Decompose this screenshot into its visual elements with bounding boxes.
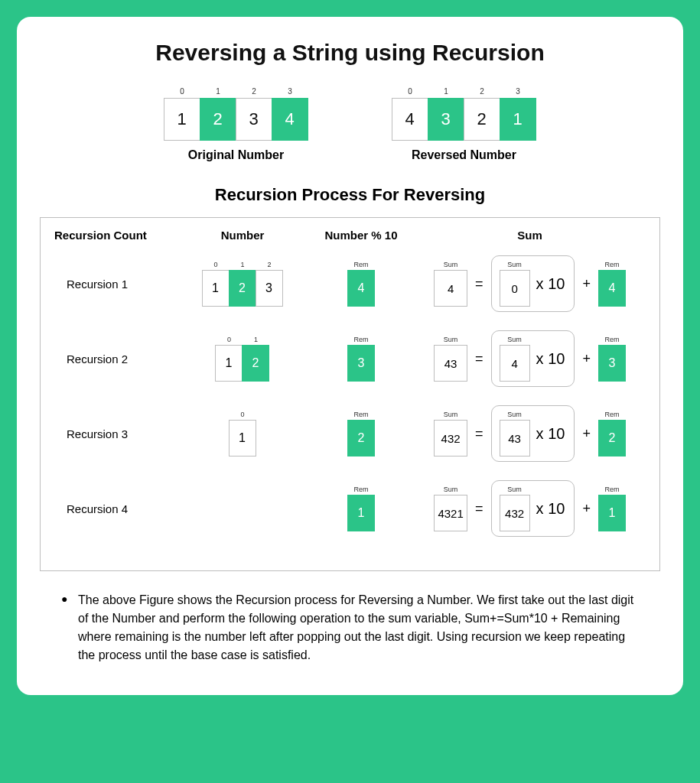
sum-label: Sum: [444, 411, 458, 419]
rem-value: 4: [347, 270, 375, 307]
table-headers: Recursion Count Number Number % 10 Sum: [51, 229, 649, 242]
rem2-value: 2: [598, 420, 626, 456]
rem-value: 2: [347, 420, 375, 456]
array-value: 2: [200, 98, 236, 141]
recursion-label: Recursion 1: [51, 278, 174, 291]
sum-prev-value: 0: [500, 270, 530, 307]
header-mod: Number % 10: [311, 229, 411, 242]
array-value: 2: [242, 345, 269, 382]
rem-label: Rem: [353, 261, 368, 269]
plus-sign: +: [582, 426, 591, 442]
array-value: 3: [256, 270, 283, 307]
sum-label: Sum: [444, 261, 458, 269]
equals-sign: =: [475, 501, 483, 517]
sum-out-value: 4321: [434, 495, 467, 531]
array-cell: 01: [203, 261, 230, 307]
array-index: 0: [240, 411, 244, 419]
rem-label: Rem: [353, 486, 368, 494]
array-index: 1: [240, 261, 244, 269]
header-sum: Sum: [411, 229, 649, 242]
table-row: Recursion 301Rem2Sum432=Sum43x 10+Rem2: [51, 405, 649, 462]
number-column: 01: [174, 411, 311, 456]
plus-sign: +: [582, 501, 591, 517]
remainder-column: Rem1: [311, 486, 411, 531]
subtitle: Recursion Process For Reversing: [40, 185, 660, 205]
array-cell: 01: [164, 87, 200, 141]
original-array: 01122334 Original Number: [164, 87, 308, 162]
array-cell: 04: [392, 87, 428, 141]
array-value: 2: [229, 270, 256, 307]
array-index: 3: [516, 87, 520, 96]
sum-prev-value: 432: [500, 495, 530, 531]
array-index: 2: [267, 261, 271, 269]
rem2-value: 4: [598, 270, 626, 307]
array-value: 1: [229, 420, 256, 456]
header-number: Number: [174, 229, 311, 242]
array-cell: 34: [272, 87, 308, 141]
table-row: Recursion 4Rem1Sum4321=Sum432x 10+Rem1: [51, 480, 649, 537]
sum-column: Sum4321=Sum432x 10+Rem1: [411, 480, 649, 537]
original-label: Original Number: [164, 148, 308, 162]
times-ten: x 10: [536, 425, 565, 443]
sum-label: Sum: [444, 486, 458, 494]
rem2-label: Rem: [604, 486, 619, 494]
rem2-label: Rem: [604, 261, 619, 269]
array-cell: 12: [243, 336, 269, 382]
array-value: 3: [428, 98, 464, 141]
array-value: 1: [164, 98, 200, 141]
table-row: Recursion 20112Rem3Sum43=Sum4x 10+Rem3: [51, 330, 649, 387]
array-index: 2: [252, 87, 256, 96]
plus-sign: +: [582, 351, 591, 367]
page-title: Reversing a String using Recursion: [40, 40, 660, 66]
plus-sign: +: [582, 276, 591, 292]
top-arrays: 01122334 Original Number 04132231 Revers…: [40, 87, 660, 162]
recursion-label: Recursion 2: [51, 353, 174, 366]
array-cell: 23: [256, 261, 283, 307]
sum-expression: Sum432x 10: [491, 480, 575, 537]
array-value: 1: [500, 98, 536, 141]
reversed-label: Reversed Number: [392, 148, 536, 162]
array-index: 3: [288, 87, 292, 96]
sum-prev-label: Sum: [507, 486, 522, 494]
sum-column: Sum43=Sum4x 10+Rem3: [411, 330, 649, 387]
recursion-label: Recursion 4: [51, 502, 174, 515]
sum-prev-value: 43: [500, 420, 530, 456]
sum-prev-value: 4: [500, 345, 530, 382]
array-index: 0: [213, 261, 217, 269]
equals-sign: =: [475, 276, 483, 292]
array-cell: 31: [500, 87, 536, 141]
times-ten: x 10: [536, 500, 565, 518]
array-value: 4: [392, 98, 428, 141]
rem2-label: Rem: [604, 411, 619, 419]
diagram-card: Reversing a String using Recursion 01122…: [17, 17, 683, 695]
recursion-label: Recursion 3: [51, 427, 174, 440]
remainder-column: Rem3: [311, 336, 411, 382]
rem-value: 3: [347, 345, 375, 382]
number-column: 0112: [174, 336, 311, 382]
number-column: 011223: [174, 261, 311, 307]
process-box: Recursion Count Number Number % 10 Sum R…: [40, 217, 660, 571]
times-ten: x 10: [536, 275, 565, 293]
array-index: 1: [254, 336, 258, 344]
array-index: 0: [180, 87, 184, 96]
array-cell: 22: [464, 87, 500, 141]
rem-value: 1: [347, 495, 375, 531]
sum-out-value: 432: [434, 420, 467, 456]
sum-prev-label: Sum: [507, 336, 522, 344]
array-value: 2: [464, 98, 500, 141]
array-value: 1: [202, 270, 230, 307]
reversed-array: 04132231 Reversed Number: [392, 87, 536, 162]
equals-sign: =: [475, 426, 483, 442]
sum-out-value: 4: [434, 270, 467, 307]
array-cell: 01: [216, 336, 243, 382]
sum-label: Sum: [444, 336, 458, 344]
array-cell: 12: [230, 261, 256, 307]
rem-label: Rem: [353, 336, 368, 344]
array-cell: 23: [236, 87, 272, 141]
array-index: 0: [227, 336, 231, 344]
array-index: 1: [444, 87, 448, 96]
array-cell: 13: [428, 87, 464, 141]
rem-label: Rem: [353, 411, 368, 419]
sum-column: Sum4=Sum0x 10+Rem4: [411, 255, 649, 312]
array-value: 3: [236, 98, 272, 141]
